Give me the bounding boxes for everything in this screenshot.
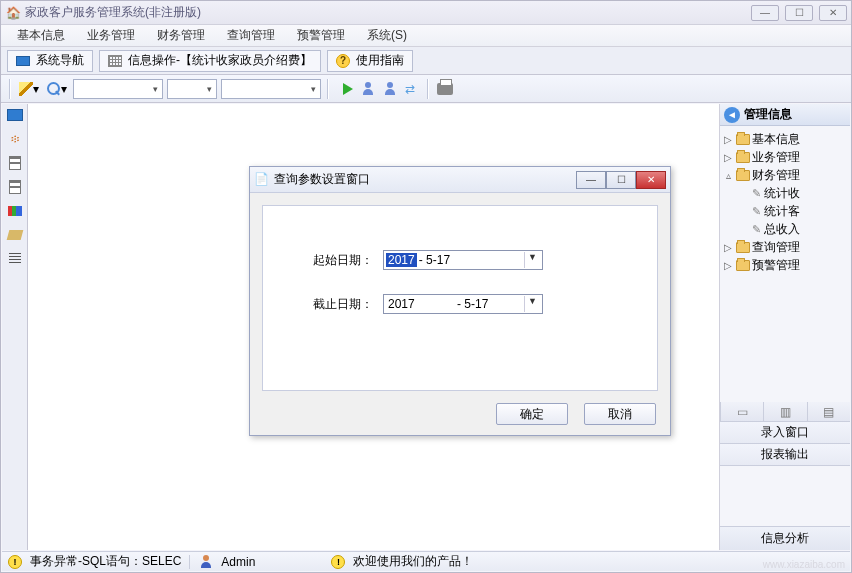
strip-list-button[interactable] xyxy=(6,250,24,268)
dialog-close-button[interactable]: ✕ xyxy=(636,171,666,189)
panel-tab-2[interactable]: ▥ xyxy=(763,402,806,421)
person-icon xyxy=(383,82,397,96)
tree-item-finance[interactable]: ▵财务管理 xyxy=(722,166,848,184)
maximize-button[interactable]: ☐ xyxy=(785,5,813,21)
tree-item-alert[interactable]: ▷预警管理 xyxy=(722,256,848,274)
strip-nav-button[interactable] xyxy=(6,106,24,124)
tab-info-op[interactable]: 信息操作-【统计收家政员介绍费】 xyxy=(99,50,321,72)
status-welcome: 欢迎使用我们的产品！ xyxy=(353,553,473,570)
list-icon xyxy=(9,253,21,265)
user-icon xyxy=(199,555,213,569)
ok-button[interactable]: 确定 xyxy=(496,403,568,425)
status-sql: 事务异常-SQL语句：SELEC xyxy=(30,553,181,570)
org-icon: ፨ xyxy=(11,132,19,146)
panel-tab-1[interactable]: ▭ xyxy=(720,402,763,421)
start-date-rest: - 5-17 xyxy=(417,253,524,267)
tree-item-business[interactable]: ▷业务管理 xyxy=(722,148,848,166)
swap-button[interactable] xyxy=(403,79,421,99)
tree-label: 统计客 xyxy=(764,203,800,220)
dialog-minimize-button[interactable]: — xyxy=(576,171,606,189)
toolbar-combo-1[interactable]: ▾ xyxy=(73,79,163,99)
chevron-down-icon[interactable]: ▼ xyxy=(524,252,540,268)
toolbar-combo-3[interactable]: ▾ xyxy=(221,79,321,99)
info-icon: ! xyxy=(331,555,345,569)
dialog-body: 起始日期： 2017 - 5-17 ▼ 截止日期： 2017 - 5-17 ▼ xyxy=(262,205,658,391)
chevron-down-icon[interactable]: ▼ xyxy=(524,296,540,312)
swap-icon xyxy=(405,82,419,96)
tree-label: 查询管理 xyxy=(752,239,800,256)
folder-icon xyxy=(736,152,750,163)
statusbar: ! 事务异常-SQL语句：SELEC Admin ! 欢迎使用我们的产品！ xyxy=(2,551,850,571)
side-label: 录入窗口 xyxy=(761,424,809,441)
print-button[interactable] xyxy=(435,79,455,99)
document-icon xyxy=(9,156,21,170)
left-tool-strip: ፨ xyxy=(2,104,28,550)
panel-tab-3[interactable]: ▤ xyxy=(807,402,850,421)
strip-org-button[interactable]: ፨ xyxy=(6,130,24,148)
tab-label: 使用指南 xyxy=(356,52,404,69)
close-button[interactable]: ✕ xyxy=(819,5,847,21)
start-date-year: 2017 xyxy=(386,253,417,267)
minimize-button[interactable]: — xyxy=(751,5,779,21)
pencil-icon xyxy=(19,82,33,96)
menu-basic[interactable]: 基本信息 xyxy=(7,25,75,46)
toolbar-combo-2[interactable]: ▾ xyxy=(167,79,217,99)
warning-icon: ! xyxy=(8,555,22,569)
folder-icon xyxy=(736,260,750,271)
user-search-2-button[interactable] xyxy=(381,79,399,99)
cancel-button[interactable]: 取消 xyxy=(584,403,656,425)
dialog-icon: 📄 xyxy=(254,172,270,188)
printer-icon xyxy=(437,83,453,95)
leaf-icon: ✎ xyxy=(750,223,762,235)
menu-system[interactable]: 系统(S) xyxy=(357,25,417,46)
tree-item-stat-cust[interactable]: ✎统计客 xyxy=(722,202,848,220)
tab-system-nav[interactable]: 系统导航 xyxy=(7,50,93,72)
folder-icon xyxy=(736,170,750,181)
app-icon: 🏠 xyxy=(5,5,21,21)
end-date-label: 截止日期： xyxy=(293,296,373,313)
run-button[interactable] xyxy=(335,79,355,99)
play-icon xyxy=(343,83,353,95)
back-icon[interactable]: ◄ xyxy=(724,107,740,123)
side-label: 信息分析 xyxy=(761,530,809,547)
end-date-rest: - 5-17 xyxy=(455,297,524,311)
status-user: Admin xyxy=(221,555,255,569)
tab-label: 信息操作-【统计收家政员介绍费】 xyxy=(128,52,312,69)
tree-item-query[interactable]: ▷查询管理 xyxy=(722,238,848,256)
tree-label: 业务管理 xyxy=(752,149,800,166)
menu-business[interactable]: 业务管理 xyxy=(77,25,145,46)
strip-doc1-button[interactable] xyxy=(6,154,24,172)
tree-item-basic[interactable]: ▷基本信息 xyxy=(722,130,848,148)
info-analysis-button[interactable]: 信息分析 xyxy=(720,526,850,550)
strip-doc2-button[interactable] xyxy=(6,178,24,196)
menu-finance[interactable]: 财务管理 xyxy=(147,25,215,46)
search-button[interactable]: ▾ xyxy=(45,79,69,99)
tree-item-total-income[interactable]: ✎总收入 xyxy=(722,220,848,238)
strip-chart-button[interactable] xyxy=(6,202,24,220)
menu-query[interactable]: 查询管理 xyxy=(217,25,285,46)
end-date-year: 2017 xyxy=(386,297,455,311)
tab-label: 系统导航 xyxy=(36,52,84,69)
tab-guide[interactable]: ? 使用指南 xyxy=(327,50,413,72)
menu-alert[interactable]: 预警管理 xyxy=(287,25,355,46)
entry-window-button[interactable]: 录入窗口 xyxy=(720,422,850,444)
edit-button[interactable]: ▾ xyxy=(17,79,41,99)
panel-tab-buttons: ▭ ▥ ▤ xyxy=(720,402,850,422)
start-date-field[interactable]: 2017 - 5-17 ▼ xyxy=(383,250,543,270)
right-panel: ◄ 管理信息 ▷基本信息 ▷业务管理 ▵财务管理 ✎统计收 ✎统计客 ✎总收入 … xyxy=(720,104,850,550)
menubar: 基本信息 业务管理 财务管理 查询管理 预警管理 系统(S) xyxy=(1,25,851,47)
person-icon xyxy=(361,82,375,96)
strip-tag-button[interactable] xyxy=(6,226,24,244)
search-icon xyxy=(47,82,61,96)
report-output-button[interactable]: 报表输出 xyxy=(720,444,850,466)
folder-icon xyxy=(736,242,750,253)
end-date-field[interactable]: 2017 - 5-17 ▼ xyxy=(383,294,543,314)
dialog-maximize-button[interactable]: ☐ xyxy=(606,171,636,189)
query-param-dialog: 📄 查询参数设置窗口 — ☐ ✕ 起始日期： 2017 - 5-17 xyxy=(249,166,671,436)
grid-icon xyxy=(108,55,122,67)
user-search-1-button[interactable] xyxy=(359,79,377,99)
help-icon: ? xyxy=(336,54,350,68)
chart-icon xyxy=(8,206,22,216)
folder-icon xyxy=(736,134,750,145)
tree-item-stat-intro[interactable]: ✎统计收 xyxy=(722,184,848,202)
